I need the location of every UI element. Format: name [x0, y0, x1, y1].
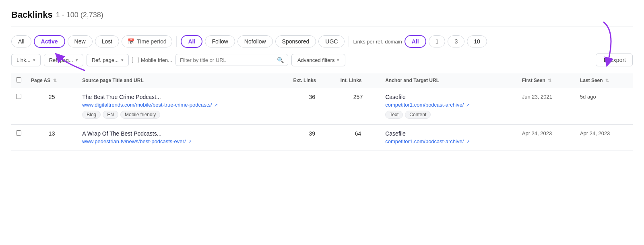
row-2-last-seen: Apr 24, 2023	[575, 125, 633, 150]
row-1-anchor-ext-icon: ↗	[466, 103, 470, 107]
row-1-int-links: 257	[336, 88, 380, 125]
page-title: Backlinks	[11, 10, 53, 20]
filters-row-1: All Active New Lost 📅 Time period All Fo…	[11, 35, 633, 48]
export-button[interactable]: ⬆ Export	[596, 54, 633, 66]
advanced-filters-button[interactable]: Advanced filters ▾	[291, 54, 346, 66]
row-2-anchor-ext-icon: ↗	[466, 139, 470, 144]
chevron-down-icon-1: ▾	[33, 58, 35, 63]
tag-text: Text	[385, 111, 403, 119]
row-2-checkbox[interactable]	[16, 130, 21, 136]
links-per-label: Links per ref. domain	[353, 39, 402, 45]
header-page-as[interactable]: Page AS ⇅	[26, 73, 77, 88]
chevron-down-icon-2: ▾	[76, 58, 78, 63]
filter-all[interactable]: All	[11, 35, 31, 47]
tag-blog: Blog	[82, 111, 101, 119]
sort-icon-page-as: ⇅	[53, 78, 57, 83]
filters-row-2: Link... ▾ Ref. pag... ▾ Ref. page... ▾ M…	[11, 54, 633, 66]
linksper-all[interactable]: All	[405, 35, 426, 48]
row-2-first-seen: Apr 24, 2023	[517, 125, 575, 150]
filter-lost[interactable]: Lost	[95, 35, 119, 47]
ref-page-label-2: Ref. page...	[92, 57, 119, 63]
ref-page-label-1: Ref. pag...	[49, 57, 73, 63]
row-2-source-title: A Wrap Of The Best Podcasts...	[82, 130, 283, 137]
linktype-sponsored[interactable]: Sponsored	[275, 35, 316, 47]
chevron-down-icon-4: ▾	[337, 58, 339, 63]
link-type-label: Link...	[17, 57, 31, 63]
row-2-anchor-url[interactable]: competitor1.com/podcast-archive/	[385, 138, 464, 144]
row-1-tags: Blog EN Mobile friendly	[82, 111, 283, 119]
row-2-source-url[interactable]: www.pedestrian.tv/news/best-podcasts-eve…	[82, 138, 186, 144]
row-2-int-links: 64	[336, 125, 380, 150]
mobile-friendly-label: Mobile frien...	[141, 57, 172, 63]
ref-page-dropdown-2[interactable]: Ref. page... ▾	[87, 54, 129, 66]
header-source: Source page Title and URL	[77, 73, 288, 88]
row-1-last-seen: 5d ago	[575, 88, 633, 125]
filter-active[interactable]: Active	[34, 35, 65, 48]
advanced-filters-label: Advanced filters	[297, 57, 335, 63]
chevron-down-icon-3: ▾	[121, 58, 124, 63]
row-2-anchor: Casefile competitor1.com/podcast-archive…	[380, 125, 517, 150]
calendar-icon: 📅	[128, 38, 134, 45]
filter-new[interactable]: New	[68, 35, 93, 47]
linktype-nofollow[interactable]: Nofollow	[237, 35, 273, 47]
search-icon: 🔍	[277, 57, 284, 63]
table-row: 25 The Best True Crime Podcast... www.di…	[11, 88, 633, 125]
row-1-anchor: Casefile competitor1.com/podcast-archive…	[380, 88, 517, 125]
tag-en: EN	[103, 111, 118, 119]
tag-mobile-friendly: Mobile friendly	[120, 111, 160, 119]
sort-icon-first-seen: ⇅	[548, 78, 551, 83]
export-up-icon: ⬆	[603, 57, 607, 63]
header-first-seen[interactable]: First Seen ⇅	[517, 73, 575, 88]
row-1-ext-link-icon: ↗	[214, 103, 218, 107]
search-input[interactable]	[180, 57, 275, 63]
mobile-friendly-checkbox[interactable]	[132, 57, 138, 63]
separator-2	[349, 36, 349, 47]
row-1-source-title: The Best True Crime Podcast...	[82, 94, 283, 100]
row-1-page-as: 25	[26, 88, 77, 125]
row-1-anchor-name: Casefile	[385, 94, 512, 100]
sort-icon-last-seen: ⇅	[605, 78, 609, 83]
page-count: 1 - 100 (2,738)	[56, 11, 103, 19]
row-1-source-url[interactable]: www.digitaltrends.com/mobile/best-true-c…	[82, 102, 212, 108]
header-int-links: Int. Links	[336, 73, 380, 88]
select-all-checkbox[interactable]	[16, 77, 21, 82]
separator-1	[176, 36, 177, 47]
table-row: 13 A Wrap Of The Best Podcasts... www.pe…	[11, 125, 633, 150]
row-1-checkbox-cell	[11, 88, 26, 125]
linktype-follow[interactable]: Follow	[205, 35, 235, 47]
header-last-seen[interactable]: Last Seen ⇅	[575, 73, 633, 88]
header-ext-links: Ext. Links	[289, 73, 336, 88]
time-period-label: Time period	[137, 38, 166, 45]
row-2-ext-links: 39	[289, 125, 336, 150]
mobile-friendly-filter[interactable]: Mobile frien...	[132, 57, 172, 63]
header-anchor: Anchor and Target URL	[380, 73, 517, 88]
row-1-first-seen: Jun 23, 2021	[517, 88, 575, 125]
backlinks-table: Page AS ⇅ Source page Title and URL Ext.…	[11, 73, 633, 150]
row-2-page-as: 13	[26, 125, 77, 150]
row-1-source: The Best True Crime Podcast... www.digit…	[77, 88, 288, 125]
time-period-button[interactable]: 📅 Time period	[122, 35, 172, 47]
linksper-10[interactable]: 10	[467, 35, 487, 47]
ref-page-dropdown-1[interactable]: Ref. pag... ▾	[44, 54, 83, 66]
linksper-1[interactable]: 1	[429, 35, 446, 47]
row-2-anchor-name: Casefile	[385, 130, 512, 137]
row-1-anchor-url[interactable]: competitor1.com/podcast-archive/	[385, 102, 464, 108]
row-1-anchor-tags: Text Content	[385, 111, 512, 119]
linktype-all[interactable]: All	[181, 35, 202, 48]
row-1-checkbox[interactable]	[16, 94, 21, 99]
linktype-ugc[interactable]: UGC	[318, 35, 345, 47]
tag-content: Content	[405, 111, 431, 119]
header-checkbox-col	[11, 73, 26, 88]
table-header-row: Page AS ⇅ Source page Title and URL Ext.…	[11, 73, 633, 88]
row-2-checkbox-cell	[11, 125, 26, 150]
row-2-source: A Wrap Of The Best Podcasts... www.pedes…	[77, 125, 288, 150]
row-2-ext-link-icon: ↗	[188, 139, 192, 144]
export-label: Export	[610, 57, 626, 63]
row-1-ext-links: 36	[289, 88, 336, 125]
search-box[interactable]: 🔍	[175, 54, 288, 66]
link-type-dropdown[interactable]: Link... ▾	[11, 54, 41, 66]
linksper-3[interactable]: 3	[448, 35, 464, 47]
